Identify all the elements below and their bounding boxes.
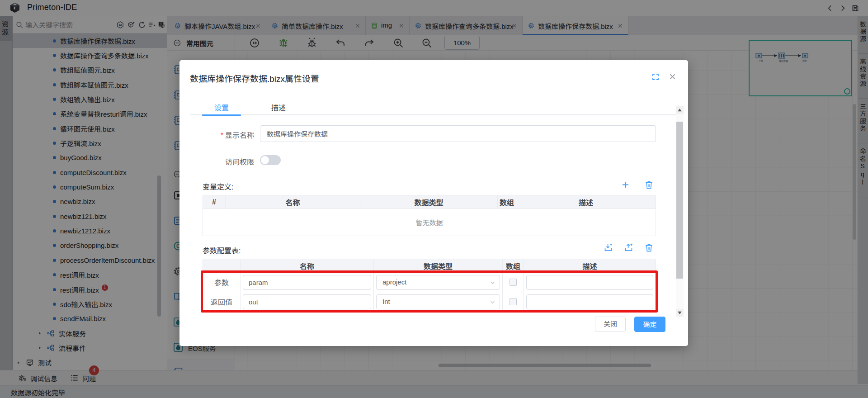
access-label: 访问权限 bbox=[220, 156, 254, 167]
display-name-input[interactable] bbox=[260, 125, 656, 142]
col-name: 名称 bbox=[226, 195, 360, 209]
annotation-highlight-rect bbox=[201, 270, 658, 313]
add-variable-icon[interactable] bbox=[621, 180, 630, 190]
active-tab-underline bbox=[202, 114, 241, 116]
col-description: 描述 bbox=[516, 195, 656, 209]
close-button[interactable]: 关闭 bbox=[595, 317, 626, 332]
empty-placeholder: 暂无数据 bbox=[203, 209, 656, 236]
variables-header-row: # 名称 数据类型 数组 描述 bbox=[203, 195, 656, 209]
access-toggle[interactable] bbox=[260, 155, 281, 165]
fullscreen-icon[interactable] bbox=[651, 73, 660, 81]
required-asterisk: * bbox=[221, 132, 223, 139]
dialog-tabs: 设置 描述 bbox=[190, 102, 676, 115]
export-params-icon[interactable] bbox=[624, 243, 633, 252]
delete-variable-icon[interactable] bbox=[644, 180, 654, 190]
scrollbar-thumb[interactable] bbox=[676, 122, 683, 279]
confirm-button[interactable]: 确定 bbox=[634, 317, 665, 332]
scroll-up-icon[interactable] bbox=[676, 106, 684, 114]
variables-table: # 名称 数据类型 数组 描述 暂无数据 bbox=[203, 195, 656, 236]
tab-settings[interactable]: 设置 bbox=[202, 102, 241, 113]
col-index: # bbox=[203, 195, 226, 209]
vars-section-label: 变量定义: bbox=[203, 181, 233, 192]
display-name-label: *显示名称 bbox=[207, 129, 254, 140]
col-array: 数组 bbox=[498, 195, 516, 209]
dialog-title: 数据库操作保存数据.bizx属性设置 bbox=[190, 72, 319, 84]
tab-description[interactable]: 描述 bbox=[259, 102, 298, 113]
dialog-close-icon[interactable] bbox=[668, 72, 677, 81]
variables-empty-row: 暂无数据 bbox=[203, 209, 656, 236]
col-datatype: 数据类型 bbox=[360, 195, 498, 209]
import-params-icon[interactable] bbox=[604, 243, 613, 252]
scroll-down-icon[interactable] bbox=[676, 309, 684, 317]
dialog-scrollbar[interactable] bbox=[676, 106, 684, 317]
delete-params-icon[interactable] bbox=[644, 243, 654, 252]
params-section-label: 参数配置表: bbox=[203, 245, 241, 256]
toggle-knob bbox=[261, 156, 269, 164]
tabs-divider bbox=[190, 114, 676, 115]
